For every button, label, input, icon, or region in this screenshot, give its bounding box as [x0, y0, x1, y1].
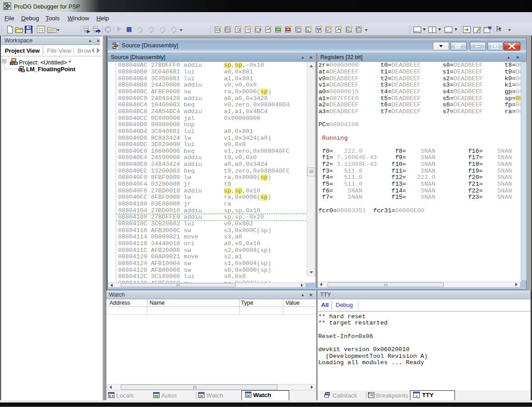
svg-text:a: a [307, 28, 309, 32]
svg-text:a: a [416, 393, 418, 398]
